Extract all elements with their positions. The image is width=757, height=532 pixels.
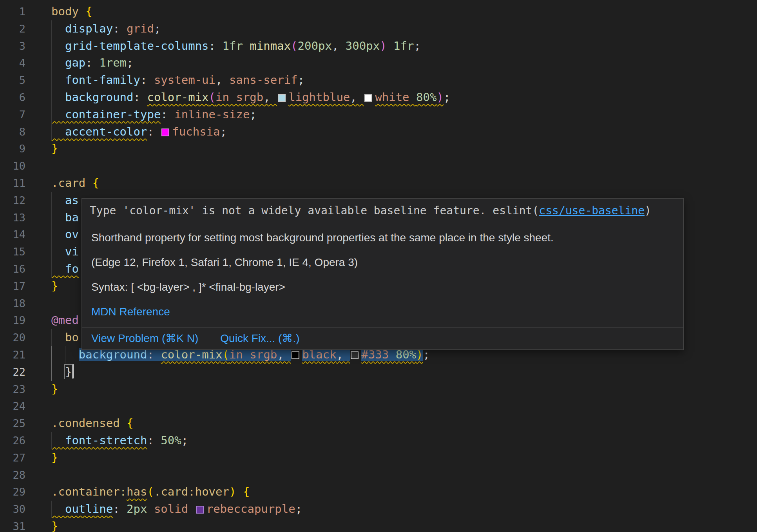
code-token[interactable]: ba	[51, 211, 79, 224]
color-swatch[interactable]	[292, 351, 299, 359]
code-token[interactable]: @med	[51, 313, 79, 327]
code-token[interactable]: )	[229, 485, 236, 498]
code-token[interactable]: }	[51, 142, 58, 155]
code-line-content[interactable]	[51, 157, 757, 175]
code-token[interactable]: 80%	[396, 348, 416, 361]
code-token[interactable]: background	[51, 90, 134, 104]
code-line-content[interactable]: body {	[51, 3, 757, 20]
code-token[interactable]: :	[209, 39, 223, 52]
code-line-content[interactable]: }	[51, 140, 757, 157]
code-token[interactable]: .condensed	[51, 416, 127, 430]
code-line[interactable]: 2 display: grid;	[0, 20, 757, 38]
code-token[interactable]: white	[375, 90, 416, 104]
code-token[interactable]: ,	[216, 73, 229, 87]
code-token[interactable]: :	[147, 348, 161, 361]
color-swatch[interactable]	[161, 128, 169, 136]
code-token[interactable]: background	[79, 348, 147, 361]
code-token[interactable]: .card:hover	[154, 485, 229, 498]
eslint-rule-link[interactable]: css/use-baseline	[539, 204, 645, 217]
code-token[interactable]: font-family	[51, 73, 140, 87]
code-token[interactable]: black	[302, 348, 336, 361]
code-token[interactable]: 50%	[161, 434, 181, 447]
code-token[interactable]: outline	[51, 502, 113, 516]
code-token[interactable]: ov	[51, 228, 79, 241]
code-token[interactable]: ;	[181, 434, 188, 447]
code-token[interactable]: }	[51, 451, 58, 464]
code-token[interactable]: 300px	[346, 39, 380, 52]
code-token[interactable]: vi	[51, 245, 79, 258]
code-token[interactable]: 1fr	[223, 39, 250, 52]
code-token[interactable]	[51, 365, 65, 378]
code-token[interactable]: }	[51, 279, 58, 293]
code-token[interactable]: :	[161, 108, 174, 121]
code-line[interactable]: 11.card {	[0, 175, 757, 192]
code-token[interactable]: )	[380, 39, 386, 52]
color-swatch[interactable]	[364, 94, 372, 102]
code-token[interactable]: as	[51, 194, 79, 207]
code-line[interactable]: 7 container-type: inline-size;	[0, 106, 757, 123]
code-line-content[interactable]: outline: 2px solid rebeccapurple;	[51, 501, 757, 518]
code-token[interactable]: display	[51, 22, 113, 35]
code-token[interactable]: bo	[51, 331, 79, 344]
code-token[interactable]: #333	[361, 348, 395, 361]
code-token[interactable]: ;	[220, 125, 227, 138]
code-line[interactable]: 3 grid-template-columns: 1fr minmax(200p…	[0, 38, 757, 55]
code-token[interactable]: container-type	[51, 108, 161, 121]
code-token[interactable]: font-stretch	[51, 434, 147, 447]
color-swatch[interactable]	[278, 94, 286, 102]
code-token[interactable]: gap	[51, 56, 85, 69]
code-token[interactable]: system-ui	[154, 73, 216, 87]
code-token[interactable]: color-mix	[147, 90, 208, 104]
code-token[interactable]: (	[209, 90, 216, 104]
code-token[interactable]: lightblue	[288, 90, 350, 104]
code-token[interactable]: }	[51, 519, 58, 532]
code-line[interactable]: 30 outline: 2px solid rebeccapurple;	[0, 501, 757, 518]
code-line-content[interactable]: }	[51, 364, 757, 381]
code-line[interactable]: 8 accent-color: fuchsia;	[0, 123, 757, 141]
code-token[interactable]: 80%	[416, 90, 436, 104]
code-line[interactable]: 28	[0, 467, 757, 484]
code-token[interactable]: ;	[154, 22, 161, 35]
code-token[interactable]: fuchsia	[172, 125, 220, 138]
code-token[interactable]: inline-size	[174, 108, 250, 121]
code-token[interactable]: 200px	[298, 39, 332, 52]
code-line[interactable]: 9}	[0, 140, 757, 157]
code-line-content[interactable]: background: color-mix(in srgb, lightblue…	[51, 89, 757, 106]
code-line-content[interactable]	[51, 467, 757, 484]
code-token[interactable]: :	[113, 502, 127, 516]
code-token[interactable]: {	[85, 5, 92, 18]
code-line[interactable]: 10	[0, 157, 757, 175]
code-line-content[interactable]: gap: 1rem;	[51, 54, 757, 72]
code-line[interactable]: 31}	[0, 518, 757, 532]
code-token[interactable]: ;	[127, 56, 133, 69]
code-token[interactable]: .card	[51, 176, 92, 190]
code-line-content[interactable]: .condensed {	[51, 415, 757, 432]
code-token[interactable]: has	[127, 485, 147, 498]
code-line-content[interactable]: font-family: system-ui, sans-serif;	[51, 72, 757, 89]
code-token[interactable]: color-mix	[161, 348, 222, 361]
code-token[interactable]: :	[85, 56, 99, 69]
code-token[interactable]: ,	[332, 39, 346, 52]
code-line-content[interactable]: accent-color: fuchsia;	[51, 123, 757, 141]
code-line-content[interactable]: .container:has(.card:hover) {	[51, 483, 757, 501]
code-line[interactable]: 22 }	[0, 364, 757, 381]
code-token[interactable]: (	[223, 348, 229, 361]
code-token[interactable]: }	[51, 382, 58, 396]
code-token[interactable]: in srgb	[229, 348, 277, 361]
code-token[interactable]: {	[127, 416, 133, 430]
code-line-content[interactable]: }	[51, 381, 757, 398]
view-problem-action[interactable]: View Problem (⌘K N)	[91, 333, 198, 344]
code-token[interactable]: 1rem	[99, 56, 127, 69]
code-token[interactable]: ,	[336, 348, 350, 361]
code-token[interactable]: :	[140, 73, 154, 87]
code-line[interactable]: 24	[0, 398, 757, 415]
code-token[interactable]: .container:	[51, 485, 127, 498]
quick-fix-action[interactable]: Quick Fix... (⌘.)	[220, 333, 299, 344]
code-token[interactable]: body	[51, 5, 85, 18]
code-token[interactable]: 2px	[127, 502, 154, 516]
code-line[interactable]: 29.container:has(.card:hover) {	[0, 483, 757, 501]
code-token[interactable]: ;	[423, 348, 430, 361]
code-token[interactable]: ,	[350, 90, 364, 104]
code-token[interactable]: rebeccapurple	[206, 502, 295, 516]
code-token[interactable]: {	[236, 485, 250, 498]
